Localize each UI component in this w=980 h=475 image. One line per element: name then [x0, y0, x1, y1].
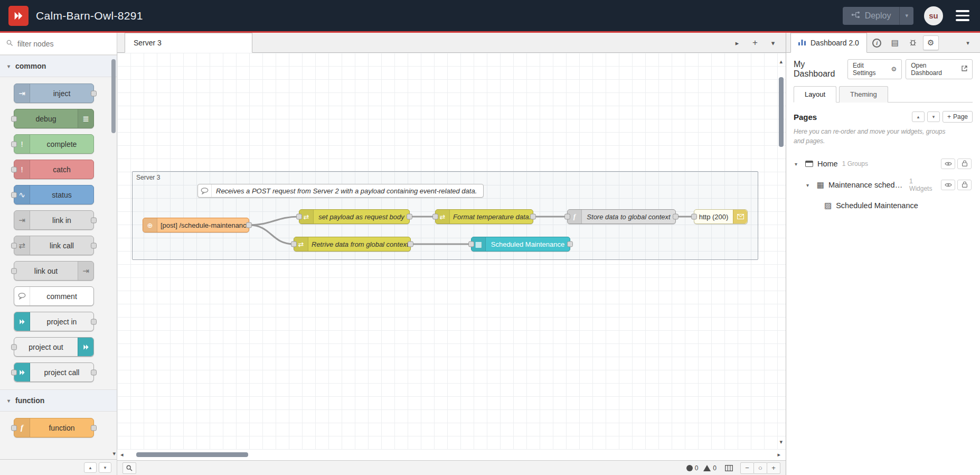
flow-canvas[interactable]: Server 3 Receives a POST request from Se… — [117, 53, 786, 450]
change-node-set-payload[interactable]: ⇄ set payload as request body — [299, 209, 410, 224]
edit-settings-button[interactable]: Edit Settings ⚙ — [847, 59, 902, 79]
node-port[interactable] — [691, 214, 697, 220]
flow-list-button[interactable]: ▾ — [766, 36, 780, 50]
main-menu-button[interactable] — [954, 8, 972, 23]
lock-button[interactable] — [957, 159, 972, 169]
canvas-scroll-down-icon[interactable]: ▾ — [779, 439, 783, 445]
tab-dashboard-2[interactable]: Dashboard 2.0 — [790, 33, 867, 53]
chevron-down-icon[interactable]: ▾ — [795, 161, 801, 167]
change-node-retrieve-global[interactable]: ⇄ Retrive data from global context — [294, 237, 411, 252]
add-page-button[interactable]: + Page — [943, 111, 973, 123]
lock-button[interactable] — [957, 180, 972, 190]
node-port[interactable] — [91, 243, 97, 248]
palette-category-function[interactable]: ▾ function — [0, 389, 117, 412]
node-port[interactable] — [296, 214, 302, 220]
visibility-button[interactable] — [941, 180, 955, 190]
node-port[interactable] — [11, 425, 17, 431]
http-response-node[interactable]: http (200) — [694, 209, 748, 224]
tab-layout[interactable]: Layout — [794, 86, 836, 103]
function-node-store-global[interactable]: f Store data to global context — [567, 209, 676, 224]
zoom-in-button[interactable]: + — [767, 462, 780, 474]
node-port[interactable] — [11, 369, 17, 375]
canvas-scroll-up-icon[interactable]: ▴ — [779, 58, 783, 65]
expand-all-button[interactable]: ▾ — [99, 462, 111, 473]
palette-node-project-out[interactable]: project out — [14, 337, 94, 357]
zoom-reset-button[interactable]: ○ — [753, 462, 767, 474]
palette-node-status[interactable]: ∿ status — [14, 185, 94, 204]
node-port[interactable] — [530, 214, 536, 220]
node-port[interactable] — [407, 214, 412, 220]
canvas-vscrollbar-thumb[interactable] — [779, 77, 784, 147]
palette-node-debug[interactable]: ≣ debug — [14, 109, 94, 128]
palette-scrollbar-thumb[interactable] — [111, 59, 116, 133]
palette-node-inject[interactable]: ⇥ inject — [14, 83, 94, 103]
palette-node-project-call[interactable]: project call — [14, 362, 94, 382]
collapse-pages-button[interactable]: ▴ — [912, 111, 925, 122]
comment-node[interactable]: Receives a POST request from Server 2 wi… — [197, 184, 484, 198]
http-in-node[interactable]: ⊕ [post] /schedule-maintenance — [143, 218, 249, 232]
palette-scroll-area[interactable]: ▾ common ⇥ inject ≣ debug ! — [0, 55, 117, 459]
deploy-button[interactable]: Deploy ▾ — [843, 7, 913, 25]
palette-category-common[interactable]: ▾ common — [0, 55, 117, 77]
node-port[interactable] — [11, 141, 17, 147]
node-port[interactable] — [91, 369, 97, 375]
node-port[interactable] — [468, 241, 474, 247]
palette-node-link-call[interactable]: ⇄ link call — [14, 236, 94, 255]
tab-scroll-right-button[interactable]: ▸ — [730, 36, 745, 50]
node-port[interactable] — [91, 319, 97, 324]
tree-row-widget-scheduled-maintenance[interactable]: ▨ Scheduled Maintenance — [794, 197, 973, 215]
node-port[interactable] — [432, 214, 438, 220]
tab-debug[interactable] — [905, 35, 921, 50]
tab-config[interactable]: ⚙ — [923, 35, 939, 50]
node-port[interactable] — [11, 116, 17, 122]
canvas-scroll-right-icon[interactable]: ▸ — [777, 451, 780, 458]
collapse-all-button[interactable]: ▴ — [84, 462, 97, 473]
node-port[interactable] — [567, 241, 573, 247]
node-port[interactable] — [91, 90, 97, 96]
canvas-hscrollbar[interactable]: ◂ ▸ — [117, 450, 786, 460]
node-port[interactable] — [673, 214, 679, 220]
change-node-format-temperature[interactable]: ⇄ Format temperature data. — [435, 209, 533, 224]
sidebar-menu-button[interactable]: ▾ — [960, 35, 976, 50]
navigator-button[interactable] — [722, 462, 736, 474]
palette-node-project-in[interactable]: project in — [14, 312, 94, 331]
node-port[interactable] — [291, 241, 297, 247]
node-port[interactable] — [11, 243, 17, 248]
tab-help[interactable]: ▤ — [887, 35, 903, 50]
user-avatar[interactable]: su — [924, 6, 943, 25]
palette-filter-input[interactable] — [17, 40, 110, 48]
add-flow-button[interactable]: + — [748, 36, 762, 50]
deploy-button-main[interactable]: Deploy — [843, 7, 900, 25]
tree-row-group-maintenance[interactable]: ▾ ▦ Maintenance schedul... 1 Widgets — [794, 173, 973, 197]
node-port[interactable] — [564, 214, 570, 220]
tab-theming[interactable]: Theming — [839, 86, 888, 103]
search-flows-button[interactable] — [123, 462, 136, 474]
canvas-hscrollbar-thumb[interactable] — [136, 452, 248, 457]
palette-node-catch[interactable]: ! catch — [14, 160, 94, 179]
visibility-button[interactable] — [941, 159, 955, 169]
chevron-down-icon[interactable]: ▾ — [806, 182, 813, 188]
expand-pages-button[interactable]: ▾ — [927, 111, 940, 122]
open-dashboard-button[interactable]: Open Dashboard — [906, 59, 973, 79]
error-count[interactable]: 0 — [686, 464, 699, 472]
node-port[interactable] — [11, 192, 17, 198]
palette-node-link-out[interactable]: ⇥ link out — [14, 261, 94, 281]
canvas-scroll-left-icon[interactable]: ◂ — [120, 451, 124, 458]
palette-scroll-down-icon[interactable]: ▾ — [112, 450, 116, 457]
ui-table-node[interactable]: ▦ Scheduled Maintenance — [471, 237, 570, 252]
node-port[interactable] — [11, 268, 17, 274]
deploy-options-button[interactable]: ▾ — [899, 7, 913, 25]
palette-node-link-in[interactable]: ⇥ link in — [14, 210, 94, 230]
node-port[interactable] — [246, 222, 252, 228]
tree-row-page-home[interactable]: ▾ Home 1 Groups — [794, 154, 973, 173]
palette-node-comment[interactable]: comment — [14, 286, 94, 306]
node-port[interactable] — [11, 166, 17, 172]
flow-tab-server-3[interactable]: Server 3 — [125, 33, 252, 53]
node-port[interactable] — [91, 425, 97, 431]
palette-node-complete[interactable]: ! complete — [14, 134, 94, 154]
node-port[interactable] — [11, 344, 17, 350]
node-port[interactable] — [408, 241, 413, 247]
node-port[interactable] — [91, 217, 97, 223]
warning-count[interactable]: 0 — [703, 464, 717, 472]
zoom-out-button[interactable]: − — [740, 462, 754, 474]
